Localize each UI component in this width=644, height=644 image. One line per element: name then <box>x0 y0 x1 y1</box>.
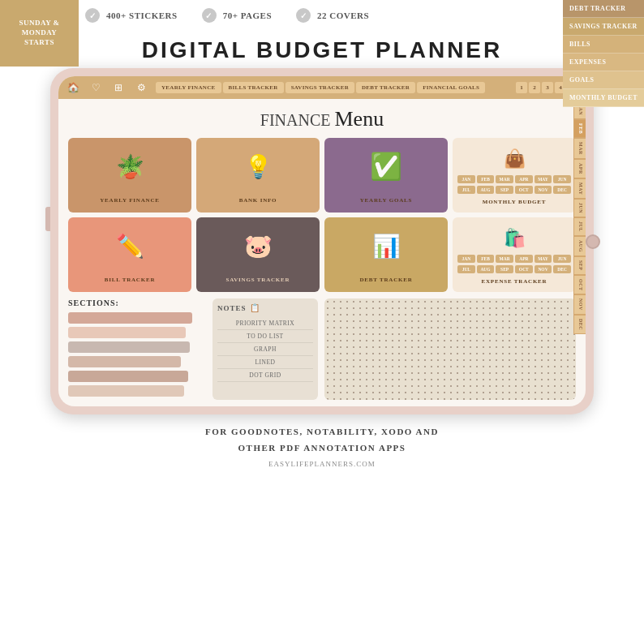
bm-dec[interactable]: DEC <box>553 186 571 194</box>
sections-left: SECTIONS: <box>68 298 206 400</box>
ipad-screen: 🏠 ♡ ⊞ ⚙ YEARLY FINANCE BILLS TRACKER SAV… <box>58 76 586 406</box>
debt-tracker-icon: 📊 <box>324 217 448 274</box>
right-sidebar-tabs: DEBT TRACKER SAVINGS TRACKER BILLS EXPEN… <box>563 0 644 107</box>
bm-feb[interactable]: FEB <box>477 175 495 183</box>
right-tab-bills[interactable]: BILLS <box>563 36 644 54</box>
month-tab-nov[interactable]: NOV <box>573 294 586 315</box>
debt-tracker-label: DEBT TRACKER <box>324 274 448 286</box>
em-apr[interactable]: APR <box>515 255 533 263</box>
menu-item-yearly-finance[interactable]: 🪴 YEARLY FINANCE <box>68 138 191 213</box>
nav-num-3[interactable]: 3 <box>542 82 553 93</box>
menu-grid: 🪴 YEARLY FINANCE 💡 BANK INFO ✅ YEARLY GO… <box>58 138 586 292</box>
month-tab-may[interactable]: MAY <box>573 178 586 199</box>
nav-tab-goals[interactable]: FINANCIAL GOALS <box>417 82 485 93</box>
grid-icon[interactable]: ⊞ <box>110 79 127 96</box>
right-tab-debt[interactable]: DEBT TRACKER <box>563 0 644 18</box>
bm-jul[interactable]: JUL <box>457 186 475 194</box>
menu-item-monthly-budget[interactable]: 👜 JAN FEB MAR APR MAY JUN JUL AUG SEP OC… <box>453 138 576 213</box>
yearly-finance-label: YEARLY FINANCE <box>68 195 191 206</box>
nav-tab-bills[interactable]: BILLS TRACKER <box>223 82 284 93</box>
em-may[interactable]: MAY <box>535 255 552 263</box>
bm-jan[interactable]: JAN <box>457 175 475 183</box>
menu-item-savings-tracker[interactable]: 🐷 SAVINGS TRACKER <box>196 217 320 292</box>
right-tab-goals[interactable]: GOALS <box>563 71 644 89</box>
em-dec[interactable]: DEC <box>553 265 571 273</box>
banner-pages: ✓ 70+ PAGES <box>202 8 272 23</box>
website-url: EASYLIFEPLANNERS.COM <box>0 460 644 471</box>
em-sep[interactable]: SEP <box>496 265 513 273</box>
bm-nov[interactable]: NOV <box>535 186 552 194</box>
bottom-line-2: OTHER PDF ANNOTATION APPS <box>16 440 628 457</box>
month-tab-apr[interactable]: APR <box>573 159 586 178</box>
em-nov[interactable]: NOV <box>535 265 552 273</box>
month-tab-oct[interactable]: OCT <box>573 275 586 295</box>
sections-area: SECTIONS: NOTES 📋 PRIORITY MATRIX TO DO … <box>58 292 586 406</box>
section-bar-5 <box>68 371 188 382</box>
nav-num-2[interactable]: 2 <box>529 82 540 93</box>
notes-item-lined[interactable]: LINED <box>217 356 313 369</box>
check-icon-1: ✓ <box>85 8 100 23</box>
em-oct[interactable]: OCT <box>515 265 533 273</box>
yearly-finance-icon: 🪴 <box>68 138 191 195</box>
notes-item-todo[interactable]: TO DO LIST <box>217 330 313 343</box>
notes-title: NOTES <box>217 304 247 312</box>
section-bar-1 <box>68 312 192 324</box>
month-tab-jun[interactable]: JUN <box>573 199 586 217</box>
right-tab-savings[interactable]: SAVINGS TRACKER <box>563 18 644 36</box>
corner-label: SunDAY & Monday StaRtS <box>0 0 79 67</box>
bm-may[interactable]: MAY <box>535 175 552 183</box>
menu-item-bill-tracker[interactable]: ✏️ BILL TRACKER <box>68 217 191 292</box>
nav-tab-yearly[interactable]: YEARLY FINANCE <box>156 82 221 93</box>
month-tab-jul[interactable]: JUL <box>573 217 586 236</box>
bill-tracker-icon: ✏️ <box>68 217 191 274</box>
em-aug[interactable]: AUG <box>477 265 495 273</box>
em-jan[interactable]: JAN <box>457 255 475 263</box>
bm-sep[interactable]: SEP <box>496 186 513 194</box>
stickers-label: 400+ STICKERS <box>106 11 178 20</box>
notes-item-priority[interactable]: PRIORITY MATRIX <box>217 317 313 330</box>
bm-aug[interactable]: AUG <box>477 186 495 194</box>
bm-mar[interactable]: MAR <box>496 175 513 183</box>
right-tab-monthly[interactable]: MONTHLY BUDGET <box>563 89 644 107</box>
em-feb[interactable]: FEB <box>477 255 495 263</box>
ipad-volume-button <box>45 207 50 231</box>
em-mar[interactable]: MAR <box>496 255 513 263</box>
menu-item-yearly-goals[interactable]: ✅ YEARLY GOALS <box>324 138 448 213</box>
finance-title-regular: FINANCE <box>260 111 335 129</box>
monthly-budget-label: MONTHLY BUDGET <box>457 196 571 208</box>
month-tab-sep[interactable]: SEP <box>573 256 586 275</box>
ipad-home-button[interactable] <box>586 234 600 249</box>
heart-icon[interactable]: ♡ <box>88 79 104 96</box>
section-bar-3 <box>68 341 190 353</box>
budget-months-row2: JUL AUG SEP OCT NOV DEC <box>457 186 571 194</box>
menu-item-debt-tracker[interactable]: 📊 DEBT TRACKER <box>324 217 448 292</box>
month-tab-aug[interactable]: AUG <box>573 236 586 256</box>
sections-title: SECTIONS: <box>68 298 206 307</box>
top-banner: ✓ 400+ STICKERS ✓ 70+ PAGES ✓ 22 COVERS <box>0 0 644 31</box>
month-tab-mar[interactable]: MAR <box>573 138 586 159</box>
settings-icon[interactable]: ⚙ <box>133 79 149 96</box>
yearly-goals-label: YEARLY GOALS <box>324 195 448 206</box>
notes-panel: NOTES 📋 PRIORITY MATRIX TO DO LIST GRAPH… <box>213 298 318 400</box>
bottom-line-1: FOR GOODNOTES, NOTABILITY, XODO AND <box>16 424 628 440</box>
right-tab-expenses[interactable]: EXPENSES <box>563 54 644 71</box>
bm-apr[interactable]: APR <box>515 175 533 183</box>
em-jun[interactable]: JUN <box>553 255 571 263</box>
bm-jun[interactable]: JUN <box>553 175 571 183</box>
home-icon[interactable]: 🏠 <box>65 79 81 96</box>
month-tab-dec[interactable]: DEC <box>573 315 586 334</box>
month-tab-feb[interactable]: FEB <box>573 119 586 138</box>
banner-covers: ✓ 22 COVERS <box>296 8 369 23</box>
savings-tracker-icon: 🐷 <box>196 217 320 274</box>
em-jul[interactable]: JUL <box>457 265 475 273</box>
menu-item-bank-info[interactable]: 💡 BANK INFO <box>196 138 320 213</box>
nav-tab-savings[interactable]: SAVINGS TRACKER <box>286 82 354 93</box>
nav-num-1[interactable]: 1 <box>516 82 527 93</box>
nav-tab-list: YEARLY FINANCE BILLS TRACKER SAVINGS TRA… <box>156 82 509 93</box>
menu-item-expense-tracker[interactable]: 🛍️ JAN FEB MAR APR MAY JUN JUL AUG SEP O… <box>453 217 576 292</box>
nav-tab-debt[interactable]: DEBT TRACKER <box>356 82 415 93</box>
notes-item-graph[interactable]: GRAPH <box>217 343 313 356</box>
bm-oct[interactable]: OCT <box>515 186 533 194</box>
bill-tracker-label: BILL TRACKER <box>68 274 191 286</box>
notes-item-dotgrid[interactable]: DOT GRID <box>217 369 313 382</box>
